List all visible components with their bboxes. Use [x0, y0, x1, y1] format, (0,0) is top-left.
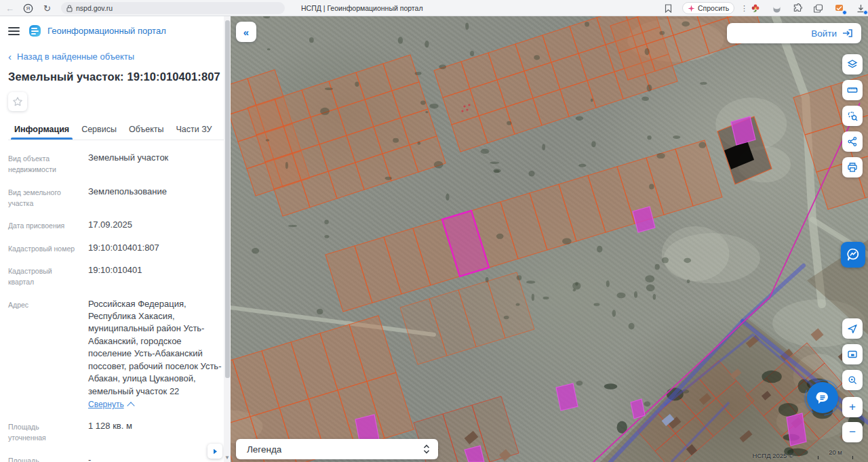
trees [778, 403, 798, 417]
login-label: Войти [811, 28, 837, 39]
ask-ai-button[interactable]: Спросить [682, 2, 734, 14]
vegetation [698, 142, 706, 148]
browser-back-icon[interactable]: ← [5, 0, 14, 16]
map-canvas[interactable] [231, 16, 868, 462]
login-button[interactable]: Войти [727, 23, 861, 43]
browser-chrome: ← Я ↻ nspd.gov.ru НСПД | Геоинформационн… [0, 0, 868, 16]
vegetation [263, 16, 270, 18]
basemap-button[interactable] [841, 242, 865, 268]
vegetation [659, 31, 665, 35]
back-chevron-icon: ‹ [8, 51, 12, 62]
share-icon [846, 135, 859, 148]
verified-extension-icon[interactable] [834, 3, 845, 14]
panel-scrollbar[interactable]: ▼ [224, 16, 231, 462]
bookmark-icon[interactable] [665, 0, 672, 16]
vegetation [647, 135, 651, 140]
vegetation [325, 87, 333, 90]
print-button[interactable] [842, 157, 863, 177]
object-info-panel: Геоинформационный портал ‹ Назад в найде… [0, 16, 231, 462]
vegetation [591, 98, 593, 102]
tab-compose[interactable]: Соста [218, 121, 224, 140]
vegetation [662, 257, 669, 264]
address-bar[interactable]: nspd.gov.ru [61, 2, 285, 14]
zoom-out-icon: − [849, 425, 856, 439]
vegetation [562, 238, 572, 244]
vegetation [355, 81, 359, 87]
scrollbar-thumb[interactable] [225, 20, 230, 378]
tabs-scroll-right-button[interactable] [208, 444, 222, 459]
address-collapse-link[interactable]: Свернуть [88, 400, 134, 409]
layers-button[interactable] [842, 54, 863, 75]
downloads-badge [863, 10, 868, 15]
vegetation [606, 280, 610, 287]
puzzle-extension-icon[interactable] [792, 3, 803, 14]
legend-label: Легенда [247, 444, 281, 455]
vegetation [644, 402, 650, 407]
vegetation [543, 297, 549, 299]
tab-objects[interactable]: Объекты [123, 121, 170, 140]
field-row-0: Вид объекта недвижимостиЗемельный участо… [8, 152, 224, 175]
browser-tab-title: НСПД | Геоинформационный портал [301, 0, 423, 16]
vegetation [288, 225, 297, 227]
vegetation [496, 234, 504, 239]
share-button[interactable] [842, 131, 863, 152]
scale-label: 20 м [818, 448, 853, 456]
vegetation [324, 235, 329, 238]
tab-services[interactable]: Сервисы [75, 121, 123, 140]
vegetation [591, 141, 595, 147]
vegetation [597, 246, 602, 253]
back-to-results-link[interactable]: ‹ Назад в найденные объекты [8, 51, 224, 62]
trees [762, 371, 781, 383]
legend-toggle[interactable]: Легенда [236, 439, 438, 459]
print-icon [846, 161, 859, 173]
ruler-icon [846, 84, 859, 96]
extension-badge [842, 10, 847, 15]
vegetation [634, 291, 637, 298]
vegetation [398, 37, 403, 44]
field-row-6: Площадь уточненная1 128 кв. м [8, 420, 224, 444]
tab-zu-parts[interactable]: Части ЗУ [170, 121, 218, 140]
shield-extension-icon[interactable] [771, 3, 782, 14]
panel-header: Геоинформационный портал [8, 25, 224, 37]
scrollbar-down-arrow[interactable]: ▼ [224, 455, 231, 461]
frame-capture-button[interactable] [842, 344, 863, 364]
field-label: Вид земельного участка [8, 186, 79, 209]
flower-extension-icon[interactable] [750, 3, 761, 14]
chevron-up-icon [127, 402, 134, 409]
zoom-out-button[interactable]: − [842, 422, 863, 442]
marker-dot [466, 108, 468, 110]
object-search-button[interactable] [842, 370, 863, 390]
zoom-in-icon: + [849, 400, 856, 414]
chat-button[interactable] [804, 379, 842, 417]
sparkle-icon [688, 5, 695, 12]
area-search-button[interactable] [842, 106, 863, 126]
vegetation [517, 275, 522, 280]
map-viewport[interactable]: « Войти [231, 16, 868, 462]
vegetation [684, 258, 691, 264]
expand-collapse-icon [423, 444, 430, 454]
field-label: Дата присвоения [8, 219, 79, 231]
vegetation [656, 153, 665, 159]
favorite-button[interactable] [8, 92, 27, 111]
collapse-panel-button[interactable]: « [236, 22, 256, 42]
layers-icon [846, 58, 859, 70]
app-title: Геоинформационный портал [47, 26, 166, 36]
vegetation [576, 381, 583, 385]
vegetation [434, 161, 443, 169]
vegetation [465, 23, 469, 30]
zoom-in-button[interactable]: + [842, 397, 863, 417]
hamburger-menu-icon[interactable] [8, 27, 20, 35]
downloads-icon[interactable] [855, 3, 866, 14]
field-label: Площадь декларированная [8, 454, 79, 462]
browser-menu-icon[interactable]: ⋮ [741, 0, 748, 16]
browser-refresh-icon[interactable]: ↻ [43, 0, 51, 16]
tab-groups-icon[interactable] [813, 3, 824, 14]
terrain-patch [664, 233, 760, 283]
geolocation-button[interactable] [842, 318, 863, 339]
browser-profile-icon[interactable]: Я [23, 0, 33, 16]
measure-button[interactable] [842, 80, 863, 100]
geolocation-icon [846, 322, 859, 335]
svg-text:Я: Я [26, 5, 31, 12]
vegetation [673, 135, 680, 139]
tab-information[interactable]: Информация [8, 121, 75, 140]
